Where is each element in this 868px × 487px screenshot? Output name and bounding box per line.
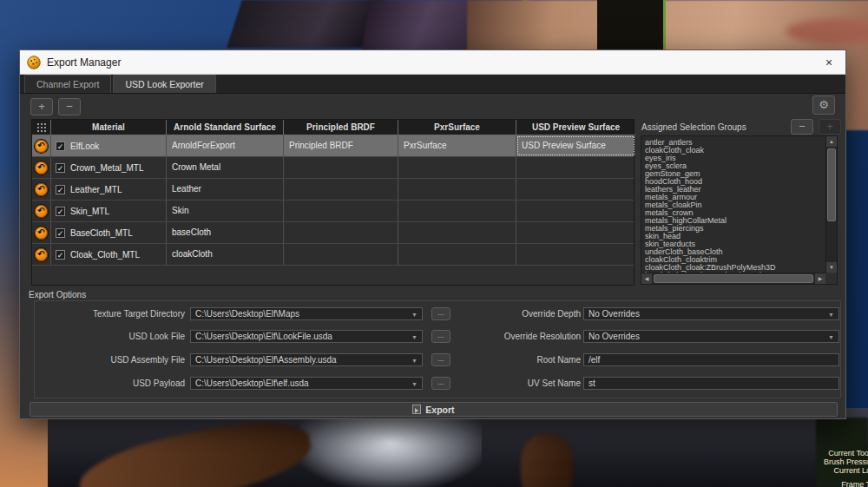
cell-arnold[interactable]: ArnoldForExport <box>167 135 284 156</box>
combo-value: C:\Users\Desktop\Elf\Assembly.usda <box>195 355 337 365</box>
cell-pxrsurface[interactable] <box>398 157 516 178</box>
revert-icon[interactable]: ↶ <box>35 227 48 240</box>
cell-material[interactable]: ✓ Leather_MTL <box>51 179 167 200</box>
cell-principled[interactable] <box>284 179 398 200</box>
gear-icon[interactable]: ⚙ <box>812 95 835 115</box>
cell-material[interactable]: ✓ Skin_MTL <box>51 201 167 221</box>
remove-group-button[interactable]: − <box>791 119 813 135</box>
add-material-button[interactable]: + <box>30 98 53 115</box>
usd-assembly-file-combo[interactable]: C:\Users\Desktop\Elf\Assembly.usda ▼ <box>190 353 423 366</box>
usd-look-file-combo[interactable]: C:\Users\Desktop\Elf\LookFile.usda ▼ <box>190 330 423 343</box>
cell-arnold[interactable]: baseCloth <box>167 222 284 243</box>
cell-arnold[interactable]: Skin <box>167 201 284 221</box>
tab-channel-export[interactable]: Channel Export <box>24 75 111 93</box>
window-titlebar[interactable]: Export Manager × <box>20 50 845 75</box>
label-usd-assembly-file: USD Assembly File <box>34 355 185 365</box>
scroll-left-icon[interactable]: ◀ <box>641 273 652 284</box>
table-row[interactable]: ↶ ✓ Crown_Metal_MTL Crown Metal <box>32 157 634 179</box>
column-header-pxrsurface[interactable]: PxrSurface <box>398 120 516 135</box>
cell-material[interactable]: ✓ Cloak_Cloth_MTL <box>51 244 167 265</box>
label-usd-look-file: USD Look File <box>34 332 185 341</box>
column-header-arnold[interactable]: Arnold Standard Surface <box>167 120 284 135</box>
cell-pxrsurface[interactable] <box>398 222 516 243</box>
material-checkbox[interactable]: ✓ <box>56 228 65 238</box>
screen: Current Tool Brush Pressu Current La Fra… <box>0 0 868 487</box>
material-checkbox[interactable]: ✓ <box>56 185 65 194</box>
cell-usd-preview[interactable] <box>516 179 635 200</box>
close-icon[interactable]: × <box>819 56 838 69</box>
material-name: Crown_Metal_MTL <box>70 163 143 173</box>
cell-material[interactable]: ✓ Crown_Metal_MTL <box>51 157 167 178</box>
cell-pxrsurface[interactable]: PxrSurface <box>398 135 516 156</box>
table-row[interactable]: ↶ ✓ ElfLook ArnoldForExport Principled B… <box>32 135 634 157</box>
window-title: Export Manager <box>47 56 121 69</box>
cell-arnold[interactable]: Crown Metal <box>167 157 284 178</box>
cell-material[interactable]: ✓ ElfLook <box>51 135 167 156</box>
material-checkbox[interactable]: ✓ <box>56 141 65 151</box>
revert-icon[interactable]: ↶ <box>35 183 48 196</box>
table-row[interactable]: ↶ ✓ BaseCloth_MTL baseCloth <box>32 222 634 244</box>
cell-usd-preview[interactable] <box>516 244 635 265</box>
table-row[interactable]: ↶ ✓ Skin_MTL Skin <box>32 201 634 222</box>
cell-principled[interactable]: Principled BRDF <box>284 135 398 156</box>
revert-icon[interactable]: ↶ <box>35 248 48 261</box>
cell-pxrsurface[interactable] <box>398 244 516 265</box>
scroll-down-icon[interactable]: ▼ <box>826 262 837 273</box>
cell-arnold[interactable]: cloakCloth <box>167 244 284 265</box>
material-checkbox[interactable]: ✓ <box>56 163 65 173</box>
cell-principled[interactable] <box>284 201 398 221</box>
cell-principled[interactable] <box>284 222 398 243</box>
cell-pxrsurface[interactable] <box>398 201 516 221</box>
material-checkbox[interactable]: ✓ <box>56 250 65 260</box>
armor-highlight <box>299 412 482 487</box>
tab-usd-look-exporter[interactable]: USD Look Exporter <box>113 75 215 93</box>
table-header: Material Arnold Standard Surface Princip… <box>32 120 634 135</box>
revert-icon[interactable]: ↶ <box>35 205 48 218</box>
table-row[interactable]: ↶ ✓ Cloak_Cloth_MTL cloakCloth <box>32 244 634 266</box>
table-row[interactable]: ↶ ✓ Leather_MTL Leather <box>32 179 634 201</box>
scroll-right-icon[interactable]: ▶ <box>815 273 825 284</box>
cell-pxrsurface[interactable] <box>398 179 516 200</box>
revert-icon[interactable]: ↶ <box>35 140 48 153</box>
chevron-down-icon: ▼ <box>411 378 418 390</box>
horizontal-scrollbar-thumb[interactable] <box>654 274 813 283</box>
tab-bar: Channel Export USD Look Exporter <box>20 75 845 94</box>
export-button[interactable]: Export <box>30 402 838 417</box>
column-header-material[interactable]: Material <box>51 120 167 135</box>
cell-principled[interactable] <box>284 157 398 178</box>
column-header-principled[interactable]: Principled BRDF <box>284 120 398 135</box>
usd-payload-combo[interactable]: C:\Users\Desktop\Elf\elf.usda ▼ <box>190 377 423 390</box>
table-corner-button[interactable] <box>32 120 51 135</box>
export-options-title: Export Options <box>29 290 86 299</box>
cell-usd-preview[interactable] <box>516 222 635 243</box>
label-override-resolution: Override Resolution <box>433 332 581 341</box>
material-checkbox[interactable]: ✓ <box>56 207 65 216</box>
cell-usd-preview[interactable] <box>516 201 635 221</box>
cell-principled[interactable] <box>284 244 398 265</box>
hud-line: Current La <box>824 466 868 475</box>
revert-icon[interactable]: ↶ <box>35 161 48 174</box>
material-name: BaseCloth_MTL <box>70 228 133 238</box>
override-resolution-combo[interactable]: No Overrides ▼ <box>583 330 839 343</box>
horizontal-scrollbar[interactable]: ◀ ▶ <box>641 273 825 284</box>
cell-material[interactable]: ✓ BaseCloth_MTL <box>51 222 167 243</box>
scroll-up-icon[interactable]: ▲ <box>826 136 837 147</box>
cell-usd-preview[interactable] <box>516 157 635 178</box>
column-header-usd-preview[interactable]: USD Preview Surface <box>516 120 635 135</box>
material-name: Skin_MTL <box>70 207 109 216</box>
texture-target-directory-combo[interactable]: C:\Users\Desktop\Elf\Maps ▼ <box>190 307 423 320</box>
remove-material-button[interactable]: − <box>58 98 81 115</box>
override-depth-combo[interactable]: No Overrides ▼ <box>583 307 839 320</box>
label-root-name: Root Name <box>433 355 581 365</box>
root-name-input[interactable]: /elf <box>583 353 839 366</box>
vertical-scrollbar[interactable]: ▲ ▼ <box>825 136 837 273</box>
uv-set-name-input[interactable]: st <box>583 377 839 390</box>
add-group-button[interactable]: + <box>819 119 841 135</box>
cell-arnold[interactable]: Leather <box>167 179 284 200</box>
hud-line: Current Tool <box>824 449 868 457</box>
cell-usd-preview[interactable]: USD Preview Surface <box>516 135 635 156</box>
material-name: Leather_MTL <box>70 185 122 194</box>
vertical-scrollbar-thumb[interactable] <box>827 148 836 221</box>
armor-leather-trim <box>521 434 573 487</box>
combo-value: No Overrides <box>589 332 640 341</box>
